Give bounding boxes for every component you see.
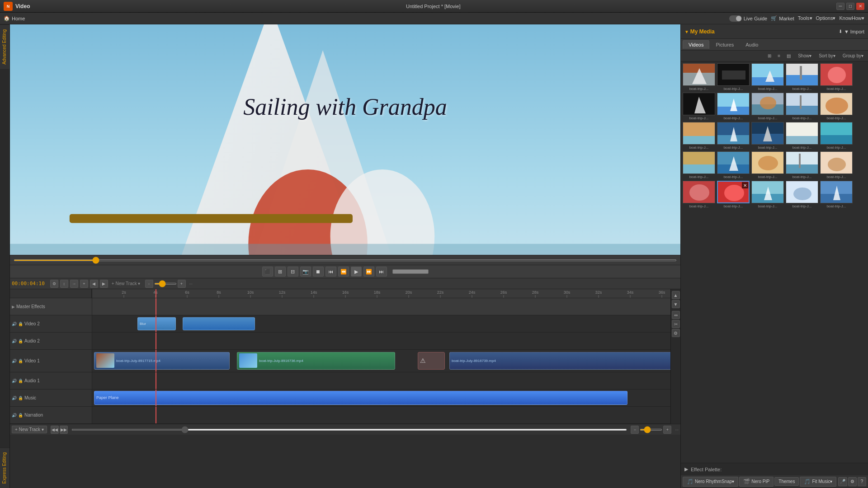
nero-pip-button[interactable]: 🎬 Nero PiP <box>739 477 774 487</box>
media-item-4[interactable]: boat-trip-J... <box>786 63 818 91</box>
restore-button[interactable]: □ <box>846 3 854 10</box>
tl-scissors-button[interactable]: ✂ <box>672 320 680 328</box>
settings-button[interactable]: ⚙ <box>848 477 857 486</box>
stop-button[interactable]: ⏹ <box>313 267 324 277</box>
rewind-button[interactable]: ⏪ <box>338 267 349 277</box>
tl-down-button[interactable]: ▼ <box>672 300 680 308</box>
media-item-8[interactable]: boat-trip-J... <box>751 93 784 120</box>
audio2-track[interactable] <box>92 333 670 350</box>
track-nav-right[interactable]: ▶▶ <box>60 426 68 434</box>
tl-expand-button[interactable]: ⇔ <box>672 311 680 319</box>
media-item-22[interactable]: ✕ boat-trip-J... <box>717 181 750 208</box>
grid-button[interactable]: ⊟ <box>288 267 298 277</box>
media-item-1[interactable]: boat-trip-J... <box>683 63 715 91</box>
tl-up-button[interactable]: ▲ <box>672 291 680 299</box>
detail-view-button[interactable]: ▤ <box>784 52 793 59</box>
media-item-3[interactable]: boat-trip-J... <box>751 63 784 91</box>
show-dropdown[interactable]: Show▾ <box>795 52 814 59</box>
express-editing-tab[interactable]: Express Editing <box>0 447 9 488</box>
media-item-23[interactable]: boat-trip-J... <box>751 181 784 208</box>
track-nav-left[interactable]: ◀◀ <box>51 426 59 434</box>
clip-music[interactable]: Paper Plane <box>94 391 627 405</box>
media-item-20[interactable]: boat-trip-J... <box>820 151 853 179</box>
music-track[interactable]: Paper Plane <box>92 389 670 407</box>
nero-rhythmsnap-button[interactable]: 🎵 Nero RhythmSnap▾ <box>683 477 738 487</box>
media-item-5[interactable]: boat-trip-J... <box>820 63 853 91</box>
options-menu[interactable]: Options▾ <box>816 15 836 21</box>
new-track-footer-button[interactable]: + New Track ▾ <box>12 426 47 433</box>
advanced-editing-tab[interactable]: Advanced Editing <box>0 24 9 69</box>
tab-pictures[interactable]: Pictures <box>710 41 739 49</box>
clip-video1-2[interactable]: boat-trip-July-8916736.mp4 <box>237 352 395 370</box>
zoom-out-button[interactable]: - <box>145 280 153 288</box>
timeline-settings-button[interactable]: ⚙ <box>50 280 58 288</box>
snapshot-button[interactable]: 📷 <box>300 267 311 277</box>
clip-video2[interactable] <box>183 317 255 331</box>
grid-view-button[interactable]: ⊞ <box>765 52 774 59</box>
sort-dropdown[interactable]: Sort by▾ <box>816 52 838 59</box>
market-button[interactable]: 🛒 Market <box>771 15 794 21</box>
next-frame-button[interactable]: ⏭ <box>376 267 387 277</box>
media-item-6[interactable]: boat-trip-J... <box>683 93 715 120</box>
media-item-17[interactable]: boat-trip-J... <box>717 151 750 179</box>
master-effects-track[interactable] <box>92 298 670 315</box>
media-item-24[interactable]: boat-trip-J... <box>786 181 818 208</box>
timeline-scroll-bar[interactable] <box>71 429 627 431</box>
knowhow-menu[interactable]: KnowHow▾ <box>839 15 864 21</box>
scroll-left-button[interactable]: ◀ <box>90 280 98 288</box>
progress-bar[interactable] <box>392 269 429 274</box>
group-dropdown[interactable]: Group by▾ <box>840 52 866 59</box>
clip-video1-3[interactable]: boat-trip-July-8916739.mp4 <box>449 352 670 370</box>
media-item-25[interactable]: boat-trip-J... <box>820 181 853 208</box>
media-item-19[interactable]: boat-trip-J... <box>786 151 818 179</box>
video1-track[interactable]: boat-trip-July-8917715.mp4 boat-trip-Jul… <box>92 350 670 372</box>
help-button[interactable]: ? <box>858 477 866 486</box>
media-item-11[interactable]: boat-trip-J... <box>683 122 715 150</box>
import-button-area[interactable]: ⬇ ▼ Import <box>839 29 864 34</box>
tl-detach-button[interactable]: ⚙ <box>672 329 680 337</box>
scrubber-slider[interactable] <box>14 259 677 261</box>
prev-frame-button[interactable]: ⏮ <box>326 267 336 277</box>
media-item-2[interactable]: boat-trip-J... <box>717 63 750 91</box>
media-item-10[interactable]: boat-trip-J... <box>820 93 853 120</box>
tab-audio[interactable]: Audio <box>740 41 764 49</box>
effect-palette[interactable]: ▶ Effect Palette: <box>681 463 868 475</box>
clip-video1-1[interactable]: boat-trip-July-8917715.mp4 <box>94 352 230 370</box>
media-item-14[interactable]: boat-trip-J... <box>786 122 818 150</box>
media-item-13[interactable]: boat-trip-J... <box>751 122 784 150</box>
snap-button[interactable]: ↕ <box>60 280 68 288</box>
fast-forward-button[interactable]: ⏩ <box>363 267 374 277</box>
zoom-minus-footer[interactable]: − <box>631 426 639 434</box>
video2-track[interactable]: Blur <box>92 315 670 333</box>
zoom-footer-slider[interactable] <box>640 429 662 431</box>
zoom-fit-button[interactable]: ⊞ <box>275 267 286 277</box>
audio1-track[interactable] <box>92 372 670 389</box>
toggle-switch[interactable] <box>729 15 742 22</box>
themes-button[interactable]: Themes <box>774 477 799 486</box>
zoom-plus-footer[interactable]: + <box>663 426 671 434</box>
media-item-12[interactable]: boat-trip-J... <box>717 122 750 150</box>
minimize-button[interactable]: ─ <box>836 3 844 10</box>
zoom-in-button[interactable]: + <box>178 280 186 288</box>
narration-track[interactable] <box>92 407 670 424</box>
add-button[interactable]: + <box>80 280 88 288</box>
tools-menu[interactable]: Tools▾ <box>798 15 812 21</box>
microphone-button[interactable]: 🎤 <box>838 477 847 486</box>
media-item-18[interactable]: boat-trip-J... <box>751 151 784 179</box>
media-item-9[interactable]: boat-trip-J... <box>786 93 818 120</box>
scroll-right-button[interactable]: ▶ <box>100 280 108 288</box>
track-expand-icon[interactable]: ▶ <box>12 305 15 309</box>
play-button[interactable]: ▶ <box>351 267 362 277</box>
zoom-slider[interactable] <box>154 283 177 285</box>
media-item-15[interactable]: boat-trip-J... <box>820 122 853 150</box>
home-button[interactable]: 🏠 Home <box>4 15 25 21</box>
list-view-button[interactable]: ≡ <box>775 52 783 59</box>
live-guide-toggle[interactable]: Live Guide <box>729 15 768 22</box>
arrow-button[interactable]: → <box>70 280 78 288</box>
clip-video1-warning[interactable]: ⚠ <box>418 352 445 370</box>
media-delete-icon[interactable]: ✕ <box>742 182 748 188</box>
media-item-7[interactable]: boat-trip-J... <box>717 93 750 120</box>
aspect-ratio-button[interactable]: ⬛ <box>262 267 273 277</box>
media-item-16[interactable]: boat-trip-J... <box>683 151 715 179</box>
fit-music-button[interactable]: 🎵 Fit Music▾ <box>800 477 836 487</box>
